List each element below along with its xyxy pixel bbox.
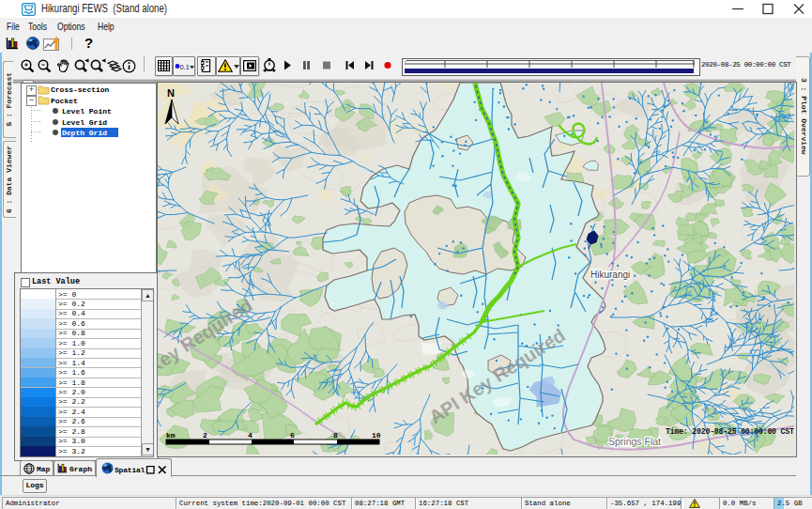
svg-text:4: 4 <box>248 431 253 440</box>
svg-text:Springs Flat: Springs Flat <box>608 436 661 447</box>
svg-text:10: 10 <box>372 431 381 440</box>
svg-text:6: 6 <box>290 431 295 440</box>
svg-text:Time: 2020-08-25 00:00:00 CST: Time: 2020-08-25 00:00:00 CST <box>666 427 794 436</box>
svg-text:N: N <box>167 87 175 99</box>
svg-text:km: km <box>166 431 176 440</box>
svg-text:Hikurangi: Hikurangi <box>590 270 630 280</box>
svg-text:0.1: 0.1 <box>180 64 190 70</box>
svg-text:8: 8 <box>333 431 338 440</box>
svg-text:2: 2 <box>203 431 207 440</box>
